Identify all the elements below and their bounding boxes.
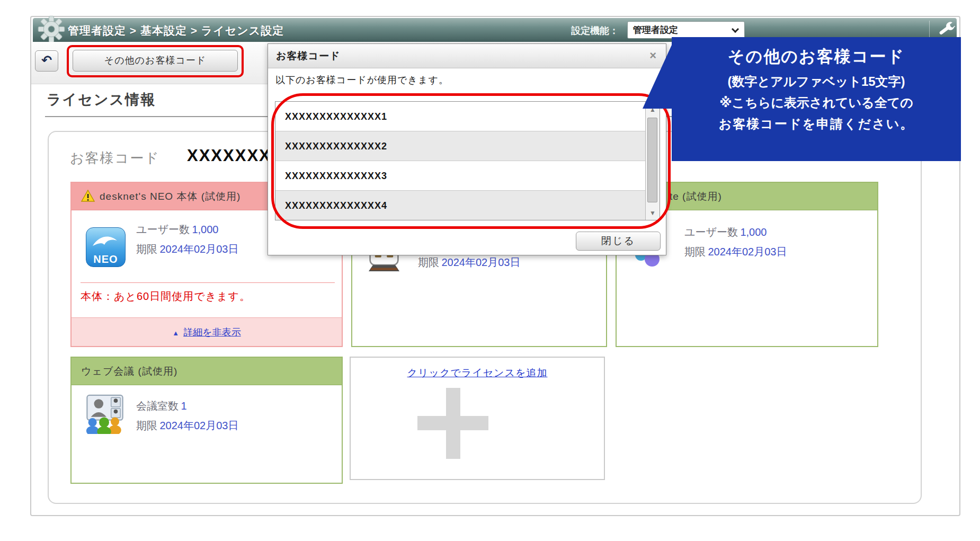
header-divider bbox=[929, 21, 930, 39]
web-meeting-room-label: 会議室数 bbox=[136, 400, 179, 412]
license-settings-page: 管理者設定 > 基本設定 > ライセンス設定 設定機能： 管理者設定 ↶ その他… bbox=[0, 0, 980, 541]
modal-close-button[interactable]: 閉じる bbox=[576, 232, 661, 251]
license-card-web-meeting: ウェブ会議 (試使用) 会議室数 1 期限 2024年02月03日 bbox=[70, 357, 343, 484]
hide-details-link[interactable]: 詳細を非表示 bbox=[183, 327, 240, 338]
list-item[interactable]: XXXXXXXXXXXXXX3 bbox=[275, 161, 645, 191]
web-meeting-term-value: 2024年02月03日 bbox=[159, 420, 238, 431]
list-item[interactable]: XXXXXXXXXXXXXX4 bbox=[275, 191, 645, 220]
right-user-label: ユーザー数 bbox=[684, 226, 738, 238]
callout-line2: (数字とアルファベット15文字) bbox=[672, 73, 961, 90]
function-select[interactable]: 管理者設定 bbox=[627, 21, 745, 39]
close-icon[interactable]: × bbox=[649, 49, 656, 62]
middle-term-label: 期限 bbox=[418, 256, 439, 268]
modal-instruction: 以下のお客様コードが使用できます。 bbox=[275, 74, 449, 86]
plus-icon bbox=[446, 388, 460, 459]
add-license-link[interactable]: クリックでライセンスを追加 bbox=[351, 366, 604, 380]
neo-user-value: 1,000 bbox=[192, 224, 218, 235]
right-user-value: 1,000 bbox=[740, 226, 767, 238]
neo-trial-notice: 本体：あと60日間使用できます。 bbox=[81, 289, 251, 304]
function-label: 設定機能： bbox=[571, 24, 619, 37]
callout-line3: ※こちらに表示されている全ての bbox=[672, 94, 961, 111]
breadcrumb: 管理者設定 > 基本設定 > ライセンス設定 bbox=[68, 23, 284, 38]
customer-code-modal: お客様コード × 以下のお客様コードが使用できます。 XXXXXXXXXXXXX… bbox=[268, 43, 666, 255]
right-term-value: 2024年02月03日 bbox=[708, 246, 787, 258]
back-button[interactable]: ↶ bbox=[35, 50, 58, 72]
neo-icon-label: NEO bbox=[86, 253, 125, 265]
web-meeting-term-label: 期限 bbox=[136, 420, 157, 431]
neo-detail-strip: ▲詳細を非表示 bbox=[72, 317, 342, 346]
list-item[interactable]: XXXXXXXXXXXXXX1 bbox=[275, 102, 645, 131]
section-title: ライセンス情報 bbox=[47, 90, 156, 109]
right-term-label: 期限 bbox=[684, 246, 706, 258]
web-meeting-room-value: 1 bbox=[181, 400, 186, 412]
neo-user-label: ユーザー数 bbox=[136, 224, 190, 235]
collapse-triangle-icon: ▲ bbox=[172, 329, 179, 337]
neo-term-label: 期限 bbox=[136, 243, 157, 255]
web-meeting-card-title: ウェブ会議 (試使用) bbox=[72, 358, 342, 385]
list-item[interactable]: XXXXXXXXXXXXXX2 bbox=[275, 131, 645, 161]
scroll-down-icon[interactable]: ▼ bbox=[646, 209, 660, 217]
warning-icon bbox=[81, 190, 95, 202]
instruction-callout: その他のお客様コード (数字とアルファベット15文字) ※こちらに表示されている… bbox=[672, 37, 961, 161]
function-select-value: 管理者設定 bbox=[633, 25, 678, 35]
customer-code-list: XXXXXXXXXXXXXX1 XXXXXXXXXXXXXX2 XXXXXXXX… bbox=[275, 101, 660, 220]
modal-title: お客様コード bbox=[268, 44, 666, 68]
neo-card-title: desknet's NEO 本体 (試使用) bbox=[100, 191, 240, 202]
gear-icon bbox=[37, 15, 66, 43]
scrollbar-thumb[interactable] bbox=[647, 118, 657, 202]
add-license-card[interactable]: クリックでライセンスを追加 bbox=[350, 357, 605, 480]
wrench-icon[interactable] bbox=[937, 20, 956, 39]
customer-code-label: お客様コード bbox=[70, 149, 160, 167]
neo-app-icon: NEO bbox=[86, 227, 126, 267]
scrollbar[interactable]: ▲ ▼ bbox=[645, 102, 660, 220]
chevron-down-icon bbox=[732, 25, 739, 33]
neo-card-separator bbox=[81, 282, 335, 283]
callout-line4: お客様コードを申請ください。 bbox=[672, 116, 961, 132]
middle-term-value: 2024年02月03日 bbox=[441, 256, 520, 268]
video-conference-icon bbox=[85, 394, 124, 434]
callout-line1: その他のお客様コード bbox=[672, 46, 961, 68]
other-customer-codes-button[interactable]: その他のお客様コード bbox=[73, 50, 238, 72]
back-arrow-icon: ↶ bbox=[41, 53, 52, 67]
neo-term-value: 2024年02月03日 bbox=[159, 243, 238, 255]
right-card-title: te (試使用) bbox=[670, 183, 722, 210]
